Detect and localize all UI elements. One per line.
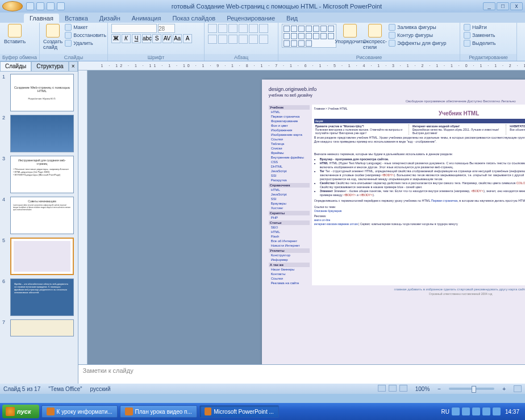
indent-inc-button[interactable] [239,24,248,33]
slide-main: Главная > Учебник HTMLверсия для печати … [312,105,525,285]
shadow-button[interactable]: S [152,34,161,43]
bold-button[interactable]: Ж [111,34,120,43]
start-button[interactable]: пуск [2,405,39,418]
close-button[interactable]: x [510,2,523,10]
italic-button[interactable]: К [122,34,131,43]
zoom-in-button[interactable]: + [502,386,506,392]
bullets-button[interactable] [208,24,217,33]
qat-redo-icon[interactable] [47,2,55,10]
tab-slideshow[interactable]: Показ слайдов [166,14,221,23]
tray-icon-3[interactable] [472,407,480,415]
align-justify-button[interactable] [239,35,248,44]
align-center-button[interactable] [218,35,227,44]
find-icon [464,24,470,31]
slide-counter: Слайд 5 из 17 [3,386,40,392]
site-title: design.originweb.info [269,86,525,92]
replace-button[interactable]: Заменить [464,32,496,39]
find-button[interactable]: Найти [464,24,496,31]
slide-nav: Учебник HTMLПервая страничкаФорматирован… [269,105,310,285]
thumb-1[interactable]: 1Создание Web-страниц с помощью HTMLРазр… [2,74,76,111]
tab-view[interactable]: Вид [281,14,303,23]
tab-outline[interactable]: Структура [31,61,68,72]
clock[interactable]: 14:37 [505,409,519,415]
align-left-button[interactable] [208,35,217,44]
task-item-1[interactable]: К уроку информати... [41,405,118,418]
task-item-2[interactable]: План урока видео п... [120,405,197,418]
font-size-input[interactable] [158,24,175,33]
tab-home[interactable]: Главная [24,14,59,23]
group-clipboard: Вставить Буфер обмена [0,23,40,61]
zoom-out-button[interactable]: − [438,386,441,392]
textdir-button[interactable] [259,24,268,33]
quick-styles-icon [368,24,382,38]
maximize-button[interactable]: □ [497,2,509,10]
align-right-button[interactable] [228,35,238,44]
tab-design[interactable]: Дизайн [94,14,126,23]
columns-button[interactable] [249,35,258,44]
tray-icon-4[interactable] [482,407,490,415]
thumb-5[interactable]: 5 [2,238,76,275]
notes-pane[interactable]: Заметки к слайду [78,364,525,384]
thumb-3[interactable]: 3Инструментарий для создания web-страниц… [2,156,76,193]
group-slides: Создать слайд Макет Восстановить Удалить… [40,23,108,61]
top-nav: Свободное программное обеспечение Доступ… [269,99,525,103]
ribbon: Вставить Буфер обмена Создать слайд Маке… [0,23,525,61]
zoom-slider[interactable] [449,388,494,390]
slide-area: 1 · 12 · 1 · 11 · 1 · 10 · 1 · 9 · 1 · 8… [78,61,525,384]
qat-save-icon[interactable] [26,2,34,10]
page-heading: Учебник HTML [314,110,525,117]
tab-review[interactable]: Рецензирование [221,14,281,23]
thumb-7[interactable]: 7 [2,319,76,336]
select-button[interactable]: Выделить [464,40,496,47]
normal-view-button[interactable] [378,385,386,392]
arrange-button[interactable]: Упорядочить [339,24,361,44]
sorter-view-button[interactable] [389,385,397,392]
reset-button[interactable]: Восстановить [65,32,106,39]
paste-icon [8,24,22,38]
tab-slides[interactable]: Слайды [0,61,31,72]
fit-button[interactable] [514,385,522,392]
slide-5[interactable]: design.originweb.info учебник по веб диз… [262,80,525,364]
numbering-button[interactable] [218,24,227,33]
close-panel-button[interactable]: × [69,61,78,72]
language-indicator[interactable]: русский [90,386,111,392]
font-color-button[interactable]: A [183,34,192,43]
shape-outline-button[interactable]: Контур фигуры [389,32,446,39]
font-name-input[interactable] [111,24,157,33]
tray-icon-1[interactable] [452,407,460,415]
smartart-button[interactable] [259,35,268,44]
task-item-3[interactable]: Microsoft PowerPoint ... [199,405,279,418]
slideshow-view-button[interactable] [399,385,407,392]
strike-button[interactable]: abc [142,34,151,43]
minimize-button[interactable]: _ [483,2,495,10]
paste-button[interactable]: Вставить [3,24,26,44]
lang-indicator[interactable]: RU [441,409,449,415]
group-editing: Найти Заменить Выделить Редактирование [460,23,517,61]
indent-dec-button[interactable] [228,24,238,33]
delete-button[interactable]: Удалить [65,40,106,47]
layout-button[interactable]: Макет [65,24,106,31]
site-subtitle: учебник по веб дизайну [269,93,525,97]
tray-icon-2[interactable] [462,407,470,415]
thumb-2[interactable]: 2 [2,115,76,152]
thumb-4[interactable]: 4Советы начинающимLorem ipsum dolor sit … [2,197,76,234]
shape-effects-button[interactable]: Эффекты для фигур [389,40,446,47]
spacing-button[interactable]: AV [163,34,172,43]
office-button[interactable] [2,1,23,11]
tray-icon-5[interactable] [493,407,501,415]
qat-dropdown-icon[interactable] [57,2,65,10]
tab-animation[interactable]: Анимация [126,14,167,23]
shape-fill-button[interactable]: Заливка фигуры [389,24,446,31]
new-slide-button[interactable]: Создать слайд [43,24,63,50]
status-bar: Слайд 5 из 17 "Тема Office" русский 100%… [0,384,525,394]
linespacing-button[interactable] [249,24,258,33]
group-paragraph: Абзац [205,23,278,61]
case-button[interactable]: Aa [173,34,182,43]
layout-icon [65,24,72,31]
qat-undo-icon[interactable] [36,2,44,10]
shapes-gallery[interactable] [282,24,336,48]
tab-insert[interactable]: Вставка [59,14,94,23]
thumb-6[interactable]: 6Фрейм – это обособленная область веб-до… [2,278,76,316]
quick-styles-button[interactable]: Экспресс-стили [364,24,386,50]
underline-button[interactable]: Ч [132,34,141,43]
